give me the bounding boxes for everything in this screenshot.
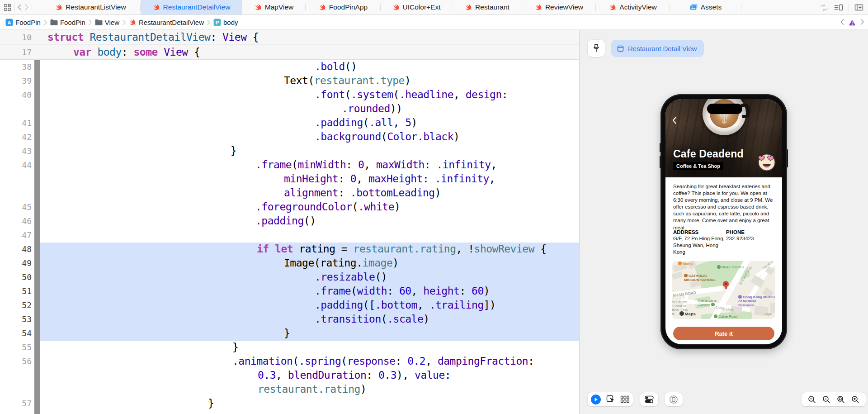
nav-forward-icon[interactable] <box>24 4 29 10</box>
code-line[interactable]: 39Text(restaurant.type) <box>0 74 579 88</box>
code-line[interactable]: 43} <box>0 144 579 158</box>
line-number[interactable]: 57 <box>0 396 32 410</box>
line-number[interactable]: 48 <box>0 242 32 256</box>
line-number[interactable]: 51 <box>0 284 32 298</box>
assets-icon <box>690 4 698 11</box>
line-number[interactable]: 41 <box>0 116 32 130</box>
code-line[interactable]: 51.frame(width: 60, height: 60) <box>0 284 579 298</box>
breadcrumb-chevron-icon <box>44 19 47 25</box>
code-line[interactable]: 47 <box>0 228 579 242</box>
device-settings-button[interactable] <box>640 392 658 406</box>
line-number[interactable]: 50 <box>0 270 32 284</box>
tab-Restaurant[interactable]: Restaurant <box>452 0 522 14</box>
tab-Assets[interactable]: Assets <box>670 0 741 14</box>
code-line[interactable]: 55} <box>0 340 579 354</box>
zoom-100-button[interactable]: 1 <box>822 395 830 404</box>
tab-ActivityView[interactable]: ActivityView <box>596 0 670 14</box>
volume-down-button <box>660 156 661 168</box>
warning-issue-icon[interactable] <box>849 19 856 26</box>
selectable-mode-button[interactable] <box>606 395 615 404</box>
preview-tab[interactable]: Restaurant Detail View <box>611 40 704 57</box>
tab-RestaurantListView[interactable]: RestaurantListView <box>41 0 141 14</box>
line-number[interactable] <box>0 172 32 186</box>
variants-mode-button[interactable] <box>620 395 630 403</box>
code-line[interactable]: alignment: .bottomLeading) <box>0 186 579 200</box>
line-number[interactable]: 53 <box>0 312 32 326</box>
code-line[interactable]: restaurant.rating) <box>0 382 579 396</box>
line-number[interactable]: 17 <box>0 45 32 60</box>
location-map[interactable]: foundBlake GardenCATHOLIC MISSION SCHOOL… <box>672 261 775 319</box>
line-number[interactable]: 10 <box>0 30 32 45</box>
line-number[interactable]: 40 <box>0 88 32 102</box>
related-items-grid-icon[interactable] <box>4 4 11 11</box>
tab-RestaurantDetailView[interactable]: RestaurantDetailView <box>141 0 242 14</box>
line-number[interactable]: 56 <box>0 354 32 368</box>
source-editor[interactable]: 38.bold()39Text(restaurant.type)40.font(… <box>0 30 579 414</box>
add-editor-icon[interactable] <box>854 4 863 11</box>
line-number[interactable] <box>0 186 32 200</box>
line-number[interactable]: 39 <box>0 74 32 88</box>
zoom-fit-button[interactable] <box>837 395 845 404</box>
code-line[interactable]: 0.3, blendDuration: 0.3), value: <box>0 368 579 382</box>
code-line[interactable]: 38.bold() <box>0 60 579 74</box>
line-number[interactable]: 44 <box>0 158 32 172</box>
code-line[interactable]: 52.padding([.bottom, .trailing]) <box>0 298 579 312</box>
line-number[interactable]: 54 <box>0 326 32 340</box>
line-number[interactable]: 42 <box>0 130 32 144</box>
line-number[interactable] <box>0 368 32 382</box>
live-preview-play-button[interactable] <box>591 395 601 404</box>
line-number[interactable]: 43 <box>0 144 32 158</box>
breadcrumb-item-FoodPin[interactable]: AFoodPin <box>5 19 41 26</box>
iphone-preview: Cafe Deadend Coffee & Tea Shop Searching… <box>660 94 787 349</box>
sticky-code-line[interactable]: 10struct RestaurantDetailView: View { <box>0 30 579 45</box>
line-number[interactable]: 52 <box>0 298 32 312</box>
device-bezels-button[interactable] <box>665 392 683 406</box>
line-number[interactable]: 47 <box>0 228 32 242</box>
code-line[interactable]: 45.foregroundColor(.white) <box>0 200 579 214</box>
zoom-in-button[interactable] <box>851 395 859 404</box>
line-number[interactable]: 38 <box>0 60 32 74</box>
line-number[interactable]: 55 <box>0 340 32 354</box>
code-line[interactable]: 50.resizable() <box>0 270 579 284</box>
code-line[interactable]: 53.transition(.scale) <box>0 312 579 326</box>
sticky-code-line[interactable]: 17var body: some View { <box>0 45 579 60</box>
code-line[interactable]: 54} <box>0 326 579 340</box>
zoom-out-button[interactable] <box>808 395 816 404</box>
preview-pin-button[interactable] <box>588 40 605 57</box>
line-number[interactable] <box>0 102 32 116</box>
code-text: alignment: .bottomLeading) <box>40 186 579 200</box>
code-line[interactable]: minHeight: 0, maxHeight: .infinity, <box>0 172 579 186</box>
line-number[interactable]: 46 <box>0 214 32 228</box>
tab-FoodPinApp[interactable]: FoodPinApp <box>306 0 381 14</box>
code-review-icon[interactable] <box>820 4 829 11</box>
breadcrumb: AFoodPinFoodPinViewRestaurantDetailViewP… <box>5 19 238 26</box>
line-number[interactable] <box>0 382 32 396</box>
code-line[interactable]: 49Image(rating.image) <box>0 256 579 270</box>
tab-ReviewView[interactable]: ReviewView <box>522 0 596 14</box>
rate-it-button[interactable]: Rate it <box>673 327 774 340</box>
breadcrumb-item-body[interactable]: Pbody <box>213 19 238 26</box>
breadcrumb-item-RestaurantDetailView[interactable]: RestaurantDetailView <box>129 19 204 26</box>
back-chevron-icon[interactable] <box>672 116 677 126</box>
issue-back-icon[interactable] <box>840 19 844 26</box>
map-poi-icon <box>717 265 721 269</box>
breadcrumb-item-View[interactable]: View <box>95 19 119 26</box>
tab-UIColor+Ext[interactable]: UIColor+Ext <box>381 0 452 14</box>
code-line[interactable]: 44.frame(minWidth: 0, maxWidth: .infinit… <box>0 158 579 172</box>
nav-back-icon[interactable] <box>17 4 22 10</box>
tab-MapView[interactable]: MapView <box>242 0 306 14</box>
code-line[interactable]: 40.font(.system(.headline, design: <box>0 88 579 102</box>
code-line[interactable]: .rounded)) <box>0 102 579 116</box>
issue-forward-icon[interactable] <box>860 19 864 26</box>
code-line[interactable]: 57} <box>0 396 579 410</box>
code-line[interactable]: 42.background(Color.black) <box>0 130 579 144</box>
code-line[interactable]: 46.padding() <box>0 214 579 228</box>
breadcrumb-item-FoodPin[interactable]: FoodPin <box>50 19 85 26</box>
line-number[interactable]: 45 <box>0 200 32 214</box>
code-line[interactable]: 56.animation(.spring(response: 0.2, damp… <box>0 354 579 368</box>
sticky-scope-header: 10struct RestaurantDetailView: View {17v… <box>0 30 579 60</box>
editor-options-icon[interactable] <box>834 4 843 11</box>
code-line[interactable]: 48if let rating = restaurant.rating, !sh… <box>0 242 579 256</box>
line-number[interactable]: 49 <box>0 256 32 270</box>
code-line[interactable]: 41.padding(.all, 5) <box>0 116 579 130</box>
